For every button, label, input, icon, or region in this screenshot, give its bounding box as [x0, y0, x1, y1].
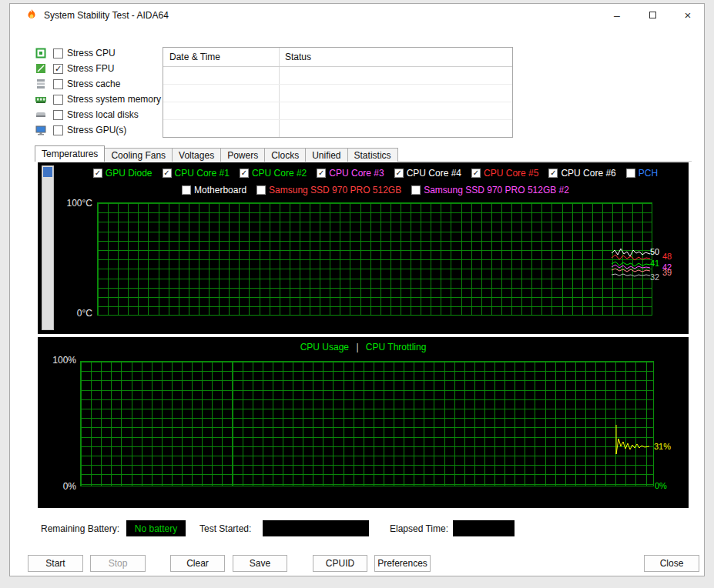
- fpu-icon: [35, 62, 47, 75]
- maximize-icon: [649, 12, 656, 18]
- legend-cpu-core-2-label: CPU Core #2: [252, 168, 307, 179]
- log-header-separator: [163, 66, 512, 67]
- window-title: System Stability Test - AIDA64: [44, 10, 169, 21]
- legend-cpu-core-1-checkbox[interactable]: [163, 169, 172, 178]
- usage-trace: [614, 423, 654, 459]
- test-log-table: Date & Time Status: [163, 47, 513, 138]
- legend-ssd-1-checkbox[interactable]: [256, 185, 266, 195]
- legend-pch-checkbox[interactable]: [626, 169, 635, 178]
- usage-title-left: CPU Usage: [300, 342, 349, 352]
- tab-statistics[interactable]: Statistics: [347, 148, 398, 162]
- start-button[interactable]: Start: [28, 555, 83, 572]
- test-started-label: Test Started:: [199, 523, 251, 534]
- stress-cache-row: Stress cache: [35, 76, 166, 92]
- usage-current-value: 31%: [654, 442, 671, 451]
- legend-ssd-1-label: Samsung SSD 970 PRO 512GB: [269, 185, 401, 195]
- battery-value-box: No battery: [126, 520, 186, 536]
- tab-cooling-fans[interactable]: Cooling Fans: [104, 148, 173, 162]
- usage-title-right: CPU Throttling: [366, 342, 426, 352]
- cpu-icon: [35, 47, 47, 59]
- legend-motherboard-label: Motherboard: [194, 185, 246, 195]
- legend-cpu-core-6-checkbox[interactable]: [548, 169, 558, 178]
- log-column-status[interactable]: Status: [285, 52, 311, 62]
- log-row-line: [163, 102, 512, 102]
- legend-cpu-core-1: CPU Core #1: [163, 168, 230, 179]
- legend-cpu-core-3-checkbox[interactable]: [317, 169, 326, 178]
- legend-motherboard: Motherboard: [182, 185, 246, 195]
- cpuid-button[interactable]: CPUID: [313, 555, 367, 572]
- legend-cpu-core-6-label: CPU Core #6: [561, 168, 615, 179]
- log-column-datetime[interactable]: Date & Time: [169, 52, 220, 62]
- close-dialog-button[interactable]: Close: [644, 555, 699, 572]
- legend-cpu-core-5: CPU Core #5: [471, 168, 538, 179]
- test-started-value-box: [263, 520, 369, 536]
- stress-cpu-label: Stress CPU: [67, 48, 116, 58]
- legend-ssd-2-label: Samsung SSD 970 PRO 512GB #2: [424, 185, 569, 195]
- usage-axis-max-label: 100%: [47, 355, 76, 366]
- stability-test-window: System Stability Test - AIDA64 – × Stres…: [9, 3, 705, 576]
- tab-strip: Temperatures Cooling Fans Voltages Power…: [35, 145, 397, 162]
- stress-fpu-label: Stress FPU: [67, 63, 114, 74]
- legend-motherboard-checkbox[interactable]: [182, 185, 191, 195]
- log-column-divider: [279, 48, 280, 137]
- stress-memory-row: Stress system memory: [35, 92, 166, 107]
- aida64-flame-icon: [25, 8, 38, 21]
- stress-cache-label: Stress cache: [67, 79, 120, 89]
- temperature-legend-row2: Motherboard Samsung SSD 970 PRO 512GB Sa…: [69, 184, 682, 196]
- stop-button[interactable]: Stop: [90, 555, 146, 572]
- log-row-line: [163, 119, 512, 120]
- legend-cpu-core-4-label: CPU Core #4: [407, 168, 461, 179]
- temp-reading-5: 39: [662, 268, 672, 277]
- legend-cpu-core-5-label: CPU Core #5: [484, 168, 538, 179]
- temp-reading-2: 48: [662, 252, 672, 261]
- close-button[interactable]: ×: [675, 4, 700, 26]
- stress-fpu-row: Stress FPU: [35, 61, 166, 76]
- temp-reading-1: 50: [650, 247, 659, 256]
- temp-reading-3: 41: [650, 259, 659, 268]
- throttle-current-value: 0%: [655, 481, 667, 490]
- log-row-line: [163, 84, 512, 85]
- stress-disks-checkbox[interactable]: [53, 110, 63, 120]
- legend-cpu-core-4-checkbox[interactable]: [394, 169, 404, 178]
- gpu-icon: [35, 124, 47, 136]
- stress-memory-checkbox[interactable]: [53, 95, 63, 105]
- stress-fpu-checkbox[interactable]: [53, 64, 63, 74]
- maximize-button[interactable]: [640, 4, 665, 26]
- history-scrollbar-thumb[interactable]: [43, 167, 52, 177]
- elapsed-time-label: Elapsed Time:: [390, 523, 448, 534]
- remaining-battery-label: Remaining Battery:: [41, 523, 119, 534]
- history-scrollbar[interactable]: [42, 165, 54, 330]
- legend-cpu-core-6: CPU Core #6: [548, 168, 615, 179]
- stress-cpu-row: Stress CPU: [35, 45, 166, 61]
- stress-disks-label: Stress local disks: [67, 109, 139, 120]
- tab-unified[interactable]: Unified: [305, 148, 347, 162]
- tab-clocks[interactable]: Clocks: [264, 148, 306, 162]
- legend-gpu-diode-checkbox[interactable]: [93, 169, 102, 178]
- save-button[interactable]: Save: [233, 555, 287, 572]
- tab-temperatures[interactable]: Temperatures: [35, 145, 105, 162]
- legend-cpu-core-2-checkbox[interactable]: [240, 169, 249, 178]
- title-bar[interactable]: System Stability Test - AIDA64 – ×: [10, 4, 704, 26]
- usage-axis-min-label: 0%: [47, 481, 76, 492]
- stress-cache-checkbox[interactable]: [53, 79, 63, 89]
- tab-powers[interactable]: Powers: [220, 148, 265, 162]
- stress-memory-label: Stress system memory: [67, 94, 161, 105]
- temp-axis-max-label: 100°C: [61, 198, 92, 209]
- preferences-button[interactable]: Preferences: [374, 555, 431, 572]
- stress-cpu-checkbox[interactable]: [53, 48, 63, 58]
- cache-icon: [35, 78, 47, 90]
- disk-icon: [35, 109, 47, 121]
- minimize-button[interactable]: –: [605, 4, 629, 26]
- legend-gpu-diode: GPU Diode: [93, 168, 153, 179]
- legend-gpu-diode-label: GPU Diode: [106, 168, 153, 179]
- legend-ssd-2: Samsung SSD 970 PRO 512GB #2: [411, 185, 569, 195]
- legend-cpu-core-5-checkbox[interactable]: [471, 169, 481, 178]
- temperature-chart-panel: GPU Diode CPU Core #1 CPU Core #2 CPU Co…: [38, 162, 689, 334]
- clear-button[interactable]: Clear: [170, 555, 225, 572]
- legend-ssd-2-checkbox[interactable]: [411, 185, 421, 195]
- stress-gpu-checkbox[interactable]: [53, 125, 63, 135]
- legend-cpu-core-3: CPU Core #3: [317, 168, 384, 179]
- tab-voltages[interactable]: Voltages: [172, 148, 221, 162]
- usage-chart-title: CPU Usage | CPU Throttling: [38, 342, 689, 352]
- stress-gpu-row: Stress GPU(s): [35, 122, 166, 138]
